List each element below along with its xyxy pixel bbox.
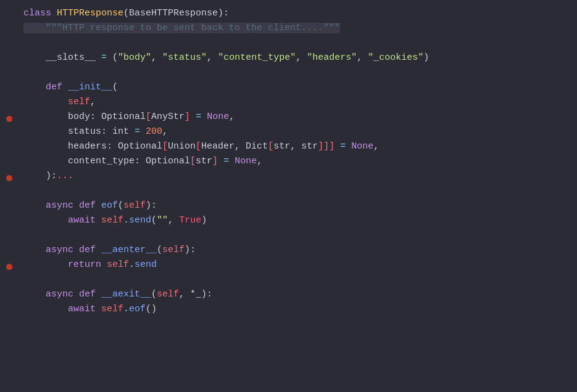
code-token [190, 112, 196, 122]
code-line: status: int = 200, [0, 125, 577, 139]
code-token: , [373, 141, 379, 152]
code-token: : [101, 126, 112, 137]
code-token: ( [151, 289, 157, 300]
code-line [0, 184, 577, 198]
code-line: async def eof(self): [0, 198, 577, 213]
code-token: def [46, 82, 68, 92]
code-token: __aenter__ [101, 245, 157, 255]
code-content: await self.send("", True) [23, 213, 565, 228]
code-token: ] [212, 156, 218, 166]
code-content: async def __aexit__(self, *_): [23, 287, 565, 302]
code-line: body: Optional[AnyStr] = None, [0, 110, 577, 125]
code-line: __slots__ = ("body", "status", "content_… [0, 51, 577, 65]
code-token: . [123, 215, 129, 226]
code-token: ( [123, 8, 129, 18]
code-token: AnyStr [151, 112, 185, 122]
code-line: content_type: Optional[str] = None, [0, 154, 577, 169]
code-token [334, 141, 340, 152]
code-content: __slots__ = ("body", "status", "content_… [23, 51, 565, 65]
code-token: = [340, 141, 346, 152]
code-content: async def __aenter__(self): [23, 243, 565, 258]
code-token: = [196, 112, 201, 122]
code-token: ( [151, 215, 157, 226]
code-token [218, 156, 223, 166]
code-token: async def [46, 200, 101, 211]
code-token: "body" [118, 52, 151, 63]
code-token: eof [129, 304, 146, 314]
code-content: def __init__( [23, 80, 565, 95]
code-token: ( [107, 52, 118, 63]
code-token: ) [201, 215, 207, 226]
code-token: "_cookies" [368, 52, 423, 63]
code-token: : [151, 200, 157, 211]
code-token: Optional [146, 156, 190, 166]
code-token: await [68, 215, 101, 226]
code-token [23, 304, 68, 314]
code-token: : [90, 112, 101, 122]
code-content: headers: Optional[Union[Header, Dict[str… [23, 139, 565, 154]
code-token: : [207, 289, 212, 300]
code-token: , *_ [179, 289, 201, 300]
code-token: await [68, 304, 101, 314]
code-line [0, 36, 577, 51]
code-token: self [162, 245, 185, 255]
code-token: "" [157, 215, 168, 226]
code-token: None [207, 112, 229, 122]
code-line: await self.eof() [0, 302, 577, 317]
code-token: __init__ [68, 82, 112, 92]
code-token: , [151, 52, 162, 63]
code-token: __aexit__ [101, 289, 151, 300]
code-content: async def eof(self): [23, 198, 565, 213]
code-token: . [129, 259, 135, 270]
code-content [23, 36, 565, 51]
code-token [23, 82, 46, 92]
code-token: "content_type" [218, 52, 296, 63]
code-line: await self.send("", True) [0, 213, 577, 228]
code-token: """HTTP response to be sent back to the … [23, 23, 340, 33]
code-token: None [351, 141, 373, 152]
code-token: __slots__ [23, 52, 101, 63]
code-token: ) [423, 52, 429, 63]
code-token: ... [57, 171, 73, 181]
code-token: : [51, 171, 57, 181]
code-line: """HTTP response to be sent back to the … [0, 21, 577, 36]
code-token [140, 126, 146, 137]
code-content: status: int = 200, [23, 125, 565, 139]
code-content: self, [23, 95, 565, 110]
code-token: [ [196, 141, 201, 152]
code-token: [ [268, 141, 273, 152]
code-content [23, 65, 565, 80]
code-token: ] [185, 112, 190, 122]
code-token: status [23, 126, 101, 137]
code-token: Optional [101, 112, 146, 122]
code-token: "status" [162, 52, 207, 63]
code-token: ]]] [318, 141, 334, 152]
code-token: , [229, 112, 235, 122]
code-content: ):... [23, 169, 565, 184]
code-token: send [129, 215, 151, 226]
code-content: class HTTPResponse(BaseHTTPResponse): [23, 6, 565, 21]
code-token: , [296, 52, 307, 63]
code-token: , [357, 52, 368, 63]
code-token: ( [118, 200, 123, 211]
code-token: () [146, 304, 157, 314]
code-token: return [68, 259, 107, 270]
code-token: Header, Dict [201, 141, 268, 152]
code-token: = [135, 126, 140, 137]
code-token: : [190, 245, 196, 255]
code-token: : [107, 141, 118, 152]
code-line [0, 272, 577, 287]
code-token: None [235, 156, 257, 166]
code-token: headers [23, 141, 107, 152]
code-token [229, 156, 235, 166]
code-token [23, 245, 46, 255]
code-token: ) [23, 171, 51, 181]
code-content: return self.send [23, 258, 565, 272]
code-token: self [101, 304, 123, 314]
code-line [0, 65, 577, 80]
code-line: async def __aenter__(self): [0, 243, 577, 258]
code-token: self [101, 215, 123, 226]
code-token: HTTPResponse [57, 8, 123, 18]
code-token: [ [162, 141, 168, 152]
code-token: self [123, 200, 146, 211]
